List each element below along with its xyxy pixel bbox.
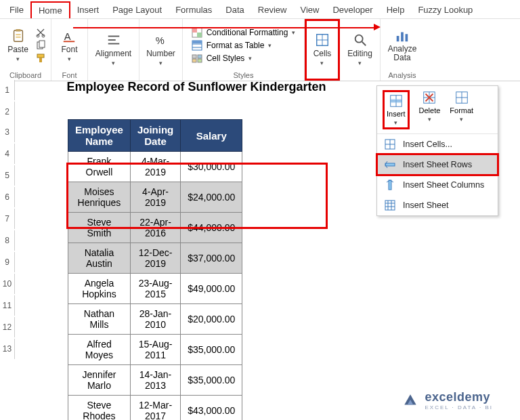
- row-header[interactable]: 11: [0, 295, 15, 316]
- table-row[interactable]: Jennifer Marlo14-Jan-2013$35,000.00: [68, 365, 242, 396]
- row-header[interactable]: 3: [0, 122, 15, 142]
- cell-date[interactable]: 15-Aug-2011: [130, 335, 180, 365]
- cell-salary[interactable]: $43,000.00: [181, 396, 242, 421]
- insert-split-button[interactable]: Insert▾: [383, 90, 410, 129]
- cell-date[interactable]: 12-Mar-2017: [130, 396, 180, 421]
- row-header[interactable]: 12: [0, 317, 15, 337]
- row-header[interactable]: 1: [0, 80, 15, 100]
- editing-button[interactable]: Editing▾: [345, 31, 375, 68]
- format-as-table-button[interactable]: Format as Table ▾: [192, 40, 272, 51]
- tab-page-layout[interactable]: Page Layout: [106, 2, 169, 18]
- copy-icon[interactable]: [35, 40, 46, 51]
- delete-split-button[interactable]: Delete▾: [419, 90, 441, 129]
- row-header[interactable]: 7: [0, 209, 15, 229]
- menu-insert-sheet-columns[interactable]: Insert Sheet Columns: [377, 175, 498, 195]
- table-row[interactable]: Nathan Mills28-Jan-2010$20,000.00: [68, 304, 242, 335]
- paste-label: Paste: [7, 45, 28, 54]
- row-header[interactable]: 9: [0, 252, 15, 272]
- col-header-date[interactable]: Joining Date: [130, 120, 180, 152]
- cell-date[interactable]: 14-Jan-2013: [130, 365, 180, 396]
- table-row[interactable]: Steve Rhodes12-Mar-2017$43,000.00: [68, 396, 242, 421]
- analyze-data-button[interactable]: Analyze Data: [385, 27, 420, 64]
- font-button[interactable]: A Font▾: [58, 27, 80, 64]
- row-header[interactable]: 10: [0, 274, 15, 294]
- tab-review[interactable]: Review: [251, 2, 294, 18]
- cell-date[interactable]: 23-Aug-2015: [130, 274, 180, 304]
- cell-name[interactable]: Nathan Mills: [68, 304, 131, 335]
- cell-salary[interactable]: $24,000.00: [181, 182, 242, 213]
- row-header[interactable]: 4: [0, 144, 15, 164]
- analysis-group-label: Analysis: [386, 70, 418, 79]
- cell-date[interactable]: 12-Dec-2019: [130, 243, 180, 274]
- watermark-icon: [402, 392, 419, 409]
- table-row[interactable]: Alfred Moyes15-Aug-2011$35,000.00: [68, 335, 242, 365]
- format-painter-icon[interactable]: [35, 53, 46, 64]
- tab-help[interactable]: Help: [380, 2, 412, 18]
- number-button[interactable]: % Number▾: [144, 31, 178, 68]
- cell-name[interactable]: Angela Hopkins: [68, 274, 131, 304]
- svg-rect-33: [401, 32, 404, 41]
- cell-name[interactable]: Frank Orwell: [68, 152, 131, 182]
- cells-icon: [315, 33, 330, 47]
- cut-icon[interactable]: [35, 27, 46, 38]
- table-row[interactable]: Angela Hopkins23-Aug-2015$49,000.00: [68, 274, 242, 304]
- cell-name[interactable]: Moises Henriques: [68, 182, 131, 213]
- cell-salary[interactable]: $37,000.00: [181, 243, 242, 274]
- cell-date[interactable]: 4-Mar-2019: [130, 152, 180, 182]
- cell-salary[interactable]: $44,000.00: [181, 213, 242, 243]
- menu-insert-sheet[interactable]: Insert Sheet: [377, 195, 498, 215]
- cell-name[interactable]: Steve Rhodes: [68, 396, 131, 421]
- alignment-icon: [106, 33, 121, 47]
- table-row[interactable]: Steve Smith22-Apr-2016$44,000.00: [68, 213, 242, 243]
- tab-developer[interactable]: Developer: [326, 2, 379, 18]
- employee-table[interactable]: Employee Name Joining Date Salary Frank …: [68, 119, 242, 420]
- col-header-name[interactable]: Employee Name: [68, 120, 131, 152]
- cell-salary[interactable]: $20,000.00: [181, 304, 242, 335]
- menu-insert-cells[interactable]: Insert Cells...: [377, 134, 498, 154]
- cell-name[interactable]: Steve Smith: [68, 213, 131, 243]
- cell-styles-button[interactable]: Cell Styles ▾: [192, 53, 253, 64]
- cell-salary[interactable]: $49,000.00: [181, 274, 242, 304]
- cell-name[interactable]: Jennifer Marlo: [68, 365, 131, 396]
- cell-date[interactable]: 4-Apr-2019: [130, 182, 180, 213]
- menu-insert-sheet-rows[interactable]: Insert Sheet Rows: [377, 154, 498, 175]
- insert-cells-icon: [389, 93, 404, 108]
- table-row[interactable]: Frank Orwell4-Mar-2019$30,000.00: [68, 152, 242, 182]
- tab-data[interactable]: Data: [219, 2, 251, 18]
- svg-rect-8: [37, 54, 44, 58]
- analyze-icon: [395, 28, 410, 43]
- tab-insert[interactable]: Insert: [70, 2, 106, 18]
- svg-rect-9: [39, 58, 42, 62]
- alignment-label: Alignment: [95, 49, 131, 58]
- conditional-formatting-button[interactable]: Conditional Formatting ▾: [192, 27, 296, 38]
- table-row[interactable]: Moises Henriques4-Apr-2019$24,000.00: [68, 182, 242, 213]
- row-header[interactable]: 2: [0, 102, 15, 122]
- cells-button[interactable]: Cells▾: [311, 31, 334, 68]
- analyze-label: Analyze Data: [388, 45, 417, 62]
- row-header[interactable]: 5: [0, 165, 15, 186]
- cell-salary[interactable]: $35,000.00: [181, 335, 242, 365]
- col-header-salary[interactable]: Salary: [181, 120, 242, 152]
- row-header[interactable]: 6: [0, 187, 15, 207]
- tab-formulas[interactable]: Formulas: [169, 2, 219, 18]
- tab-view[interactable]: View: [293, 2, 326, 18]
- row-header[interactable]: 13: [0, 339, 15, 359]
- paste-button[interactable]: Paste ▾: [5, 27, 31, 64]
- tab-fuzzy-lookup[interactable]: Fuzzy Lookup: [411, 2, 479, 18]
- tab-file[interactable]: File: [3, 2, 30, 18]
- cell-date[interactable]: 22-Apr-2016: [130, 213, 180, 243]
- table-row[interactable]: Natalia Austin12-Dec-2019$37,000.00: [68, 243, 242, 274]
- insert-sheet-icon: [384, 199, 396, 211]
- cell-salary[interactable]: $30,000.00: [181, 152, 242, 182]
- cell-date[interactable]: 28-Jan-2010: [130, 304, 180, 335]
- annotation-arrow-head: [374, 24, 381, 30]
- cell-name[interactable]: Alfred Moyes: [68, 335, 131, 365]
- tab-home[interactable]: Home: [30, 1, 70, 18]
- cell-salary[interactable]: $35,000.00: [181, 365, 242, 396]
- svg-rect-18: [197, 33, 202, 37]
- format-split-button[interactable]: Format▾: [450, 90, 473, 129]
- row-header[interactable]: 8: [0, 230, 15, 251]
- alignment-button[interactable]: Alignment▾: [93, 31, 134, 68]
- cell-name[interactable]: Natalia Austin: [68, 243, 131, 274]
- chevron-down-icon: ▾: [68, 56, 71, 62]
